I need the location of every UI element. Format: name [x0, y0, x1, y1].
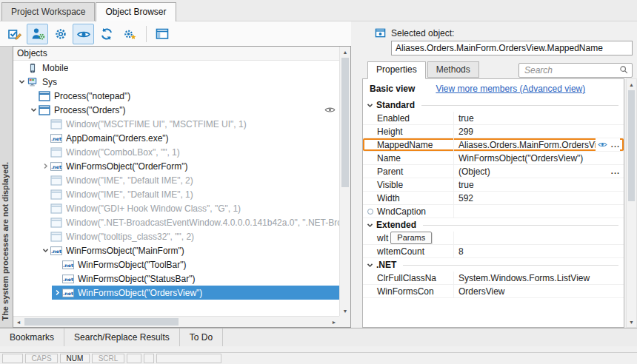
expand-icon[interactable]	[40, 163, 50, 169]
property-row-witemcount[interactable]: wItemCount8	[363, 245, 624, 258]
ellipsis-button[interactable]: ...	[611, 167, 620, 175]
advanced-view-link[interactable]: View more members (Advanced view)	[436, 84, 585, 94]
tree-vscroll-thumb[interactable]	[341, 58, 349, 187]
property-name: WinFormsCon	[363, 285, 453, 297]
tree-item-winformsobject-statusbar[interactable]: .netWinFormsObject("StatusBar")	[13, 272, 339, 286]
run-settings-icon[interactable]	[119, 24, 140, 44]
indent	[13, 145, 40, 159]
property-row-height[interactable]: Height299	[363, 125, 624, 138]
tab-bookmarks[interactable]: Bookmarks	[0, 328, 64, 346]
property-name: MappedName	[363, 138, 453, 151]
tab-object-browser[interactable]: Object Browser	[96, 2, 176, 21]
scroll-right-icon[interactable]: ►	[329, 317, 339, 327]
property-row-width[interactable]: Width592	[363, 192, 624, 205]
scroll-down-icon[interactable]: ▼	[340, 306, 350, 316]
tree-hscroll-thumb[interactable]	[24, 318, 179, 326]
tab-to-do[interactable]: To Do	[180, 328, 223, 346]
tree-item-content: Process("Orders")	[28, 103, 339, 117]
tree-item-winformsobject-orderform[interactable]: .netWinFormsObject("OrderForm")	[13, 159, 339, 173]
property-row-clrfullclassna[interactable]: ClrFullClassNaSystem.Windows.Forms.ListV…	[363, 272, 624, 285]
group-header-net[interactable]: .NET	[363, 258, 624, 272]
refresh-icon[interactable]	[96, 24, 117, 44]
selected-object-input[interactable]	[391, 41, 633, 55]
scroll-up-icon[interactable]: ▲	[340, 47, 350, 57]
highlight-object-icon[interactable]	[4, 24, 25, 44]
tab-project-workspace[interactable]: Project Workspace	[1, 2, 95, 21]
inspector-vscroll-thumb[interactable]	[628, 90, 635, 201]
collapse-icon[interactable]	[367, 102, 376, 109]
tree-vertical-scrollbar[interactable]: ▲ ▼	[339, 47, 350, 316]
tree-item-content: .netWinFormsObject("ToolBar")	[52, 257, 339, 272]
tree-item-sys[interactable]: Sys	[13, 75, 339, 89]
tree-item-process-orders[interactable]: Process("Orders")	[13, 103, 339, 117]
svg-text:.net: .net	[51, 135, 61, 141]
tree-item-window-tooltips-class32-2[interactable]: Window("tooltips_class32", "", 2)	[13, 229, 339, 243]
group-header-standard[interactable]: Standard	[363, 98, 624, 112]
tree-item-window-gdi-hook-window-class-g-1[interactable]: Window("GDI+ Hook Window Class", "G", 1)	[13, 201, 339, 215]
tree-item-content: Mobile	[16, 61, 339, 75]
tab-search-replace-results[interactable]: Search/Replace Results	[64, 328, 180, 346]
scroll-up-icon[interactable]: ▲	[627, 79, 636, 90]
collapse-icon[interactable]	[367, 222, 376, 229]
ellipsis-button[interactable]: ...	[611, 141, 620, 149]
tree-item-content: .netWinFormsObject("MainForm")	[40, 243, 339, 257]
show-objects-icon[interactable]	[73, 24, 94, 44]
property-name: Visible	[363, 178, 453, 191]
property-name: Name	[363, 152, 453, 164]
indent	[13, 89, 28, 103]
tab-methods[interactable]: Methods	[427, 61, 479, 78]
collapse-icon[interactable]	[16, 78, 27, 85]
property-value: System.Windows.Forms.ListView	[453, 272, 624, 284]
tree-item-window-msctfime-ui-msctfime-ui-1[interactable]: Window("MSCTFIME UI", "MSCTFIME UI", 1)	[13, 117, 339, 131]
tree-item-mobile[interactable]: Mobile	[13, 61, 339, 75]
tree-horizontal-scrollbar[interactable]: ◄ ►	[13, 316, 339, 327]
tree-item-content: Process("notepad")	[28, 89, 339, 103]
tree-item-winformsobject-toolbar[interactable]: .netWinFormsObject("ToolBar")	[13, 257, 339, 272]
property-row-enabled[interactable]: Enabledtrue	[363, 112, 624, 125]
tree-item-process-notepad[interactable]: Process("notepad")	[13, 89, 339, 103]
scroll-down-icon[interactable]: ▼	[627, 317, 636, 327]
collapse-icon[interactable]	[367, 262, 376, 269]
property-row-wit[interactable]: wItParams	[363, 232, 624, 245]
collapse-icon[interactable]	[28, 107, 39, 113]
tree-item-appdomain-orders-exe[interactable]: .netAppDomain("Orders.exe")	[13, 131, 339, 145]
expand-icon[interactable]	[52, 289, 62, 296]
tree-item-winformsobject-mainform[interactable]: .netWinFormsObject("MainForm")	[13, 243, 339, 257]
settings-icon[interactable]	[50, 24, 71, 44]
tab-properties[interactable]: Properties	[367, 61, 426, 79]
sys-icon	[27, 76, 39, 87]
tree-item-window-ime-default-ime-1[interactable]: Window("IME", "Default IME", 1)	[13, 187, 339, 201]
collapse-icon[interactable]	[40, 247, 50, 254]
scroll-left-icon[interactable]: ◄	[13, 317, 24, 327]
indent	[13, 257, 52, 272]
search-input[interactable]	[523, 64, 619, 76]
property-row-parent[interactable]: Parent(Object)...	[363, 165, 624, 178]
net-icon: .net	[50, 132, 63, 144]
search-icon	[619, 65, 628, 76]
property-row-winformscon[interactable]: WinFormsConOrdersView	[363, 285, 624, 298]
property-row-mappedname[interactable]: MappedNameAliases.Orders.MainForm.Orders…	[363, 138, 624, 152]
tree-item-window-net-broadcasteventwindow-4-0-0-0-141b42a-0-net-broadcas[interactable]: Window(".NET-BroadcastEventWindow.4.0.0.…	[13, 215, 339, 229]
tree-item-label: Window(".NET-BroadcastEventWindow.4.0.0.…	[66, 218, 339, 228]
group-header-extended[interactable]: Extended	[363, 218, 624, 232]
inspector-panel: Selected object: PropertiesMethods Basic…	[353, 21, 637, 328]
object-spy-icon[interactable]	[27, 24, 48, 44]
panel-layout-icon[interactable]	[151, 24, 173, 44]
property-row-name[interactable]: NameWinFormsObject("OrdersView")	[363, 152, 624, 165]
params-button[interactable]: Params	[390, 232, 432, 244]
tree-item-label: AppDomain("Orders.exe")	[66, 133, 169, 144]
search-box[interactable]	[518, 63, 633, 78]
net-icon: .net	[62, 287, 75, 298]
property-value: OrdersView	[453, 285, 624, 297]
tree-item-winformsobject-ordersview[interactable]: .netWinFormsObject("OrdersView")	[13, 286, 339, 300]
tree-item-window-ime-default-ime-2[interactable]: Window("IME", "Default IME", 2)	[13, 173, 339, 187]
tree-item-content: .netWinFormsObject("StatusBar")	[52, 272, 339, 286]
group-name: Standard	[376, 100, 415, 110]
property-row-visible[interactable]: Visibletrue	[363, 178, 624, 192]
tree-item-window-combolbox-1[interactable]: Window("ComboLBox", "", 1)	[13, 145, 339, 159]
net-icon: .net	[50, 161, 63, 172]
inspector-vertical-scrollbar[interactable]: ▲ ▼	[626, 78, 637, 328]
highlight-eye-icon[interactable]	[598, 141, 607, 148]
property-row-wndcaption[interactable]: WndCaption	[363, 205, 624, 218]
net-icon: .net	[62, 273, 75, 284]
